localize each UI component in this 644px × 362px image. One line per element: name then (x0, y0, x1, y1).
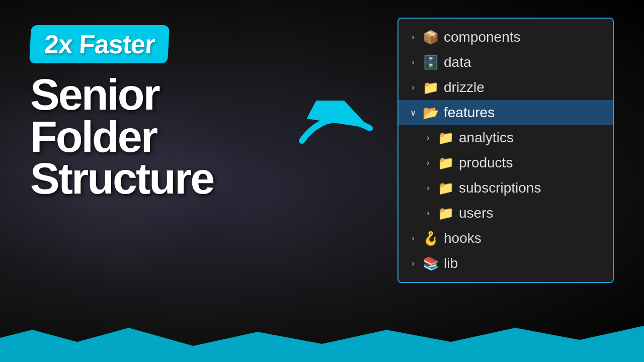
tree-item-lib[interactable]: ›📚lib (398, 251, 613, 276)
file-tree-panel: ›📦components›🗄️data›📁drizzle∨📂features›📁… (397, 18, 614, 283)
folder-icon-analytics: 📁 (438, 131, 454, 144)
arrow-icon (297, 101, 377, 161)
chevron-components: › (409, 33, 418, 42)
tree-item-data[interactable]: ›🗄️data (398, 50, 613, 75)
folder-icon-products: 📁 (438, 156, 454, 169)
chevron-users: › (424, 209, 433, 218)
left-content: 2x Faster Senior Folder Structure (30, 25, 213, 200)
item-label-data: data (444, 54, 471, 70)
folder-icon-users: 📁 (438, 207, 454, 220)
folder-icon-drizzle: 📁 (423, 81, 439, 94)
main-title: Senior Folder Structure (30, 73, 213, 200)
folder-icon-features: 📂 (423, 106, 439, 119)
folder-icon-lib: 📚 (423, 257, 439, 270)
chevron-data: › (409, 58, 418, 67)
speed-badge: 2x Faster (29, 25, 170, 63)
title-line2: Folder (30, 116, 213, 158)
arrow-container (297, 101, 377, 163)
tree-item-hooks[interactable]: ›🪝hooks (398, 226, 613, 251)
chevron-features: ∨ (409, 108, 418, 118)
item-label-analytics: analytics (459, 130, 514, 146)
item-label-users: users (459, 205, 493, 221)
folder-icon-subscriptions: 📁 (438, 182, 454, 195)
folder-icon-components: 📦 (423, 31, 439, 44)
folder-icon-data: 🗄️ (423, 56, 439, 69)
item-label-features: features (444, 105, 495, 121)
chevron-drizzle: › (409, 83, 418, 92)
tree-item-components[interactable]: ›📦components (398, 25, 613, 50)
item-label-components: components (444, 29, 521, 45)
chevron-analytics: › (424, 133, 433, 142)
tree-item-drizzle[interactable]: ›📁drizzle (398, 75, 613, 100)
tree-item-features[interactable]: ∨📂features (398, 100, 613, 125)
chevron-hooks: › (409, 234, 418, 243)
chevron-products: › (424, 158, 433, 167)
chevron-subscriptions: › (424, 184, 433, 193)
tree-item-subscriptions[interactable]: ›📁subscriptions (398, 175, 613, 201)
item-label-products: products (459, 155, 513, 171)
tree-item-analytics[interactable]: ›📁analytics (398, 125, 613, 150)
chevron-lib: › (409, 259, 418, 268)
tree-item-products[interactable]: ›📁products (398, 150, 613, 175)
item-label-subscriptions: subscriptions (459, 180, 541, 196)
item-label-hooks: hooks (444, 230, 481, 246)
item-label-lib: lib (444, 255, 458, 272)
item-label-drizzle: drizzle (444, 79, 485, 96)
title-line3: Structure (30, 157, 213, 200)
title-line1: Senior (30, 73, 213, 116)
folder-icon-hooks: 🪝 (423, 232, 439, 245)
tree-item-users[interactable]: ›📁users (398, 201, 613, 226)
